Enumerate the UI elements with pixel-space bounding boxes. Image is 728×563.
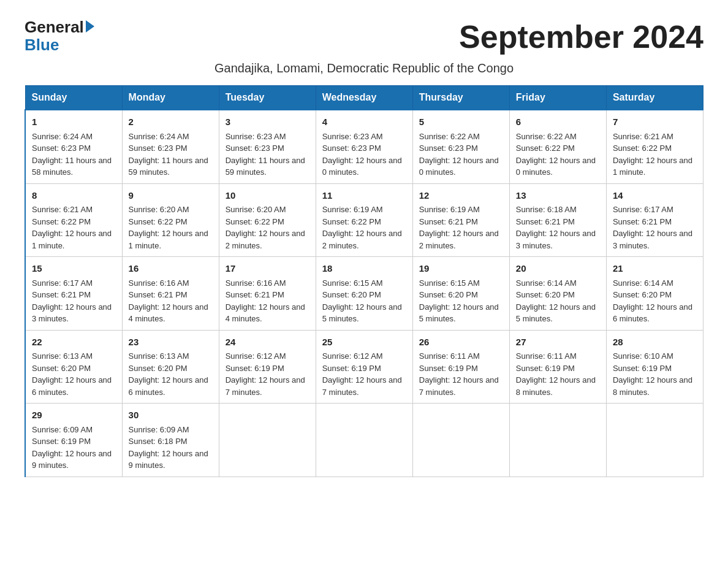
calendar-cell: 13 Sunrise: 6:18 AMSunset: 6:21 PMDaylig… — [509, 183, 606, 257]
calendar-week-row: 22 Sunrise: 6:13 AMSunset: 6:20 PMDaylig… — [25, 330, 703, 404]
calendar-cell: 4 Sunrise: 6:23 AMSunset: 6:23 PMDayligh… — [316, 110, 412, 183]
day-info: Sunrise: 6:20 AMSunset: 6:22 PMDaylight:… — [226, 205, 305, 250]
calendar-cell: 30 Sunrise: 6:09 AMSunset: 6:18 PMDaylig… — [122, 404, 219, 477]
calendar-cell: 21 Sunrise: 6:14 AMSunset: 6:20 PMDaylig… — [606, 257, 703, 331]
day-number: 3 — [226, 115, 309, 129]
day-number: 11 — [322, 189, 406, 203]
day-number: 16 — [129, 262, 213, 276]
month-title: September 2024 — [459, 18, 703, 55]
calendar-cell: 27 Sunrise: 6:11 AMSunset: 6:19 PMDaylig… — [509, 330, 606, 404]
calendar-cell: 22 Sunrise: 6:13 AMSunset: 6:20 PMDaylig… — [25, 330, 122, 404]
calendar-cell: 29 Sunrise: 6:09 AMSunset: 6:19 PMDaylig… — [25, 404, 122, 477]
calendar-cell: 1 Sunrise: 6:24 AMSunset: 6:23 PMDayligh… — [25, 110, 122, 183]
day-info: Sunrise: 6:12 AMSunset: 6:19 PMDaylight:… — [322, 351, 402, 397]
day-number: 6 — [516, 115, 600, 129]
calendar-cell: 7 Sunrise: 6:21 AMSunset: 6:22 PMDayligh… — [606, 110, 703, 183]
day-number: 2 — [129, 115, 213, 129]
day-number: 10 — [226, 189, 309, 203]
day-info: Sunrise: 6:15 AMSunset: 6:20 PMDaylight:… — [419, 278, 499, 324]
day-number: 5 — [419, 115, 503, 129]
page-header: General Blue September 2024 — [25, 18, 703, 55]
day-info: Sunrise: 6:20 AMSunset: 6:22 PMDaylight:… — [129, 205, 208, 250]
calendar-week-row: 1 Sunrise: 6:24 AMSunset: 6:23 PMDayligh… — [25, 110, 703, 183]
calendar-cell — [219, 404, 316, 477]
day-info: Sunrise: 6:13 AMSunset: 6:20 PMDaylight:… — [32, 351, 112, 397]
calendar-header-saturday: Saturday — [606, 86, 703, 110]
day-number: 24 — [226, 335, 309, 350]
calendar-week-row: 8 Sunrise: 6:21 AMSunset: 6:22 PMDayligh… — [25, 183, 703, 257]
day-info: Sunrise: 6:18 AMSunset: 6:21 PMDaylight:… — [516, 205, 596, 250]
calendar-cell: 18 Sunrise: 6:15 AMSunset: 6:20 PMDaylig… — [316, 257, 412, 331]
calendar-cell: 24 Sunrise: 6:12 AMSunset: 6:19 PMDaylig… — [219, 330, 316, 404]
day-info: Sunrise: 6:13 AMSunset: 6:20 PMDaylight:… — [129, 351, 208, 397]
day-info: Sunrise: 6:24 AMSunset: 6:23 PMDaylight:… — [129, 132, 208, 177]
logo: General Blue — [25, 18, 94, 53]
day-number: 27 — [516, 335, 600, 350]
logo-general-text: General — [25, 18, 84, 36]
day-info: Sunrise: 6:16 AMSunset: 6:21 PMDaylight:… — [226, 278, 305, 324]
calendar-header-tuesday: Tuesday — [219, 86, 316, 110]
day-info: Sunrise: 6:21 AMSunset: 6:22 PMDaylight:… — [613, 132, 692, 177]
calendar-cell: 25 Sunrise: 6:12 AMSunset: 6:19 PMDaylig… — [316, 330, 412, 404]
day-info: Sunrise: 6:19 AMSunset: 6:21 PMDaylight:… — [419, 205, 499, 250]
day-number: 1 — [32, 115, 116, 129]
calendar-header-friday: Friday — [509, 86, 606, 110]
calendar-cell: 17 Sunrise: 6:16 AMSunset: 6:21 PMDaylig… — [219, 257, 316, 331]
day-info: Sunrise: 6:16 AMSunset: 6:21 PMDaylight:… — [129, 278, 208, 324]
day-info: Sunrise: 6:09 AMSunset: 6:19 PMDaylight:… — [32, 425, 112, 470]
calendar-header-monday: Monday — [122, 86, 219, 110]
calendar-cell: 23 Sunrise: 6:13 AMSunset: 6:20 PMDaylig… — [122, 330, 219, 404]
day-number: 18 — [322, 262, 406, 276]
calendar-cell: 8 Sunrise: 6:21 AMSunset: 6:22 PMDayligh… — [25, 183, 122, 257]
calendar-cell: 20 Sunrise: 6:14 AMSunset: 6:20 PMDaylig… — [509, 257, 606, 331]
calendar-cell: 16 Sunrise: 6:16 AMSunset: 6:21 PMDaylig… — [122, 257, 219, 331]
calendar-cell: 14 Sunrise: 6:17 AMSunset: 6:21 PMDaylig… — [606, 183, 703, 257]
day-info: Sunrise: 6:22 AMSunset: 6:23 PMDaylight:… — [419, 132, 499, 177]
day-info: Sunrise: 6:10 AMSunset: 6:19 PMDaylight:… — [613, 351, 692, 397]
calendar-cell: 9 Sunrise: 6:20 AMSunset: 6:22 PMDayligh… — [122, 183, 219, 257]
day-info: Sunrise: 6:11 AMSunset: 6:19 PMDaylight:… — [419, 351, 499, 397]
day-number: 4 — [322, 115, 406, 129]
calendar-cell — [316, 404, 412, 477]
day-number: 20 — [516, 262, 600, 276]
calendar-week-row: 29 Sunrise: 6:09 AMSunset: 6:19 PMDaylig… — [25, 404, 703, 477]
day-number: 28 — [613, 335, 697, 350]
calendar-table: SundayMondayTuesdayWednesdayThursdayFrid… — [25, 85, 703, 477]
day-info: Sunrise: 6:19 AMSunset: 6:22 PMDaylight:… — [322, 205, 402, 250]
day-info: Sunrise: 6:14 AMSunset: 6:20 PMDaylight:… — [516, 278, 596, 324]
logo-triangle-icon — [86, 20, 94, 33]
day-info: Sunrise: 6:11 AMSunset: 6:19 PMDaylight:… — [516, 351, 596, 397]
day-number: 14 — [613, 189, 697, 203]
calendar-cell: 28 Sunrise: 6:10 AMSunset: 6:19 PMDaylig… — [606, 330, 703, 404]
day-number: 8 — [32, 189, 116, 203]
day-info: Sunrise: 6:23 AMSunset: 6:23 PMDaylight:… — [322, 132, 402, 177]
day-info: Sunrise: 6:17 AMSunset: 6:21 PMDaylight:… — [613, 205, 692, 250]
day-number: 23 — [129, 335, 213, 350]
calendar-cell: 5 Sunrise: 6:22 AMSunset: 6:23 PMDayligh… — [412, 110, 509, 183]
calendar-cell: 26 Sunrise: 6:11 AMSunset: 6:19 PMDaylig… — [412, 330, 509, 404]
day-number: 30 — [129, 408, 213, 423]
calendar-week-row: 15 Sunrise: 6:17 AMSunset: 6:21 PMDaylig… — [25, 257, 703, 331]
calendar-cell: 11 Sunrise: 6:19 AMSunset: 6:22 PMDaylig… — [316, 183, 412, 257]
location-subtitle: Gandajika, Lomami, Democratic Republic o… — [25, 61, 703, 75]
day-info: Sunrise: 6:12 AMSunset: 6:19 PMDaylight:… — [226, 351, 305, 397]
day-number: 15 — [32, 262, 116, 276]
calendar-cell — [412, 404, 509, 477]
day-info: Sunrise: 6:22 AMSunset: 6:22 PMDaylight:… — [516, 132, 596, 177]
calendar-header-wednesday: Wednesday — [316, 86, 412, 110]
day-info: Sunrise: 6:09 AMSunset: 6:18 PMDaylight:… — [129, 425, 208, 470]
calendar-cell — [606, 404, 703, 477]
calendar-cell: 2 Sunrise: 6:24 AMSunset: 6:23 PMDayligh… — [122, 110, 219, 183]
day-number: 29 — [32, 408, 116, 423]
calendar-cell: 19 Sunrise: 6:15 AMSunset: 6:20 PMDaylig… — [412, 257, 509, 331]
calendar-cell: 15 Sunrise: 6:17 AMSunset: 6:21 PMDaylig… — [25, 257, 122, 331]
day-number: 22 — [32, 335, 116, 350]
calendar-header-sunday: Sunday — [25, 86, 122, 110]
calendar-cell: 6 Sunrise: 6:22 AMSunset: 6:22 PMDayligh… — [509, 110, 606, 183]
day-number: 25 — [322, 335, 406, 350]
calendar-header-thursday: Thursday — [412, 86, 509, 110]
day-info: Sunrise: 6:15 AMSunset: 6:20 PMDaylight:… — [322, 278, 402, 324]
day-info: Sunrise: 6:23 AMSunset: 6:23 PMDaylight:… — [226, 132, 305, 177]
day-info: Sunrise: 6:24 AMSunset: 6:23 PMDaylight:… — [32, 132, 112, 177]
calendar-cell — [509, 404, 606, 477]
